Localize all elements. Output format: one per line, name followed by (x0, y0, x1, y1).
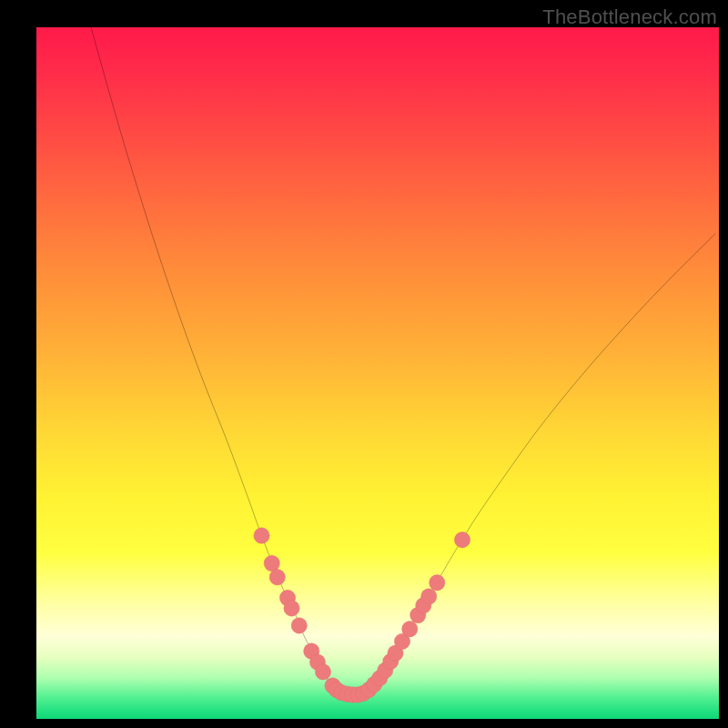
highlight-dot (264, 555, 279, 571)
watermark-text: TheBottleneck.com (542, 5, 717, 29)
highlight-dot (402, 621, 418, 636)
highlight-dots (254, 528, 470, 703)
highlight-dot (269, 569, 285, 584)
highlight-dot (421, 589, 437, 604)
highlight-dot (284, 601, 299, 616)
bottleneck-curve (91, 27, 715, 695)
plot-area (36, 27, 719, 719)
highlight-dot (254, 528, 269, 543)
chart-frame: TheBottleneck.com (0, 0, 728, 728)
curve-layer (36, 27, 719, 719)
highlight-dot (315, 664, 330, 680)
highlight-dot (454, 531, 470, 547)
highlight-dot (430, 575, 445, 591)
highlight-dot (291, 618, 307, 633)
